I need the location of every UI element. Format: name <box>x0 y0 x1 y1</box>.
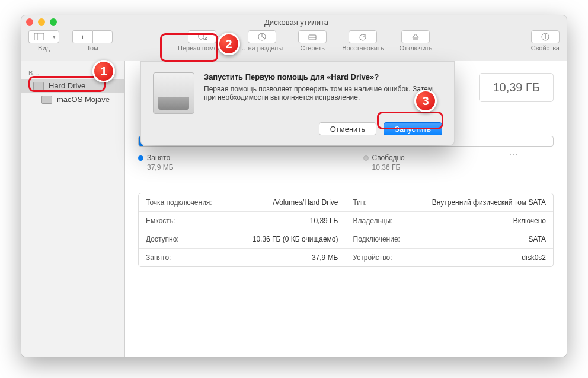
sidebar-item-label: Hard Drive <box>49 81 85 90</box>
pie-icon <box>257 32 267 42</box>
toolbar-info-label: Свойства <box>531 45 560 52</box>
toolbar-center: Первая помощь …на разделы Стереть Восста… <box>178 30 432 52</box>
cancel-button[interactable]: Отменить <box>319 122 376 135</box>
partition-button[interactable] <box>248 30 276 43</box>
toolbar-first-aid: Первая помощь <box>178 30 226 52</box>
table-row: Доступно:10,36 ГБ (0 КБ очищаемо) <box>139 230 346 249</box>
legend-used: Занято 37,9 МБ <box>138 154 174 171</box>
svg-point-7 <box>545 34 546 36</box>
toolbar-volume: + − Том <box>72 30 113 52</box>
toolbar-unmount-label: Отключить <box>400 45 433 52</box>
svg-point-2 <box>205 37 207 39</box>
window-controls <box>26 18 57 26</box>
window-title: Дисковая утилита <box>62 18 531 27</box>
disk-icon <box>33 82 44 90</box>
first-aid-dialog: Запустить Первую помощь для «Hard Drive»… <box>140 61 455 145</box>
disk-utility-window: Дисковая утилита ▾ Вид + − Том <box>21 15 567 357</box>
chevron-down-icon: ▾ <box>53 34 56 40</box>
toolbar-restore: Восстановить <box>342 30 384 52</box>
volume-add-button[interactable]: + <box>72 30 92 43</box>
toolbar-restore-label: Восстановить <box>342 45 384 52</box>
volume-remove-button[interactable]: − <box>92 30 113 43</box>
unmount-button[interactable] <box>401 30 430 43</box>
dialog-buttons: Отменить Запустить <box>153 122 442 135</box>
run-button[interactable]: Запустить <box>384 122 442 135</box>
legend-used-label: Занято <box>147 154 170 162</box>
sidebar-item-macos-mojave[interactable]: macOS Mojave <box>21 93 124 106</box>
legend-free: Свободно 10,36 ГБ <box>363 154 405 171</box>
sidebar: В… Hard Drive macOS Mojave <box>21 61 125 357</box>
erase-button[interactable] <box>298 30 327 43</box>
toolbar-unmount: Отключить <box>400 30 433 52</box>
eraser-icon <box>308 33 317 41</box>
toolbar-erase-label: Стереть <box>300 45 325 52</box>
dot-used-icon <box>138 155 143 161</box>
toolbar-partition-label: …на разделы <box>242 45 283 52</box>
sidebar-icon <box>34 33 44 40</box>
table-row: Занято:37,9 МБ <box>139 249 346 266</box>
dialog-title: Запустить Первую помощь для «Hard Drive»… <box>204 72 442 81</box>
table-row: Владельцы:Включено <box>346 212 554 230</box>
zoom-icon[interactable] <box>50 18 57 26</box>
toolbar-first-aid-label: Первая помощь <box>178 45 226 52</box>
minus-icon: − <box>100 33 105 42</box>
dot-free-icon <box>363 155 369 161</box>
restore-button[interactable] <box>349 30 377 43</box>
dialog-body: Первая помощь позволяет проверить том на… <box>204 85 442 101</box>
sidebar-header: В… <box>21 67 124 79</box>
close-icon[interactable] <box>26 18 33 26</box>
eject-icon <box>411 33 420 41</box>
svg-rect-0 <box>34 33 44 40</box>
restore-icon <box>358 33 368 41</box>
table-row: Устройство:disk0s2 <box>346 249 554 266</box>
capacity-box: 10,39 ГБ <box>479 73 554 102</box>
stethoscope-icon <box>197 33 207 41</box>
toolbar-view-label: Вид <box>38 45 50 52</box>
first-aid-button[interactable] <box>188 30 216 43</box>
legend-free-label: Свободно <box>372 154 405 162</box>
info-button[interactable] <box>531 30 560 43</box>
toolbar-volume-label: Том <box>87 45 98 52</box>
table-row: Емкость:10,39 ГБ <box>139 212 346 230</box>
view-button[interactable] <box>28 30 49 43</box>
table-row: Точка подключения:/Volumes/Hard Drive <box>139 193 346 212</box>
plus-icon: + <box>81 33 85 42</box>
toolbar: ▾ Вид + − Том Первая помощь <box>21 28 567 61</box>
sidebar-item-label: macOS Mojave <box>57 95 110 104</box>
toolbar-view: ▾ Вид <box>28 30 59 52</box>
usage-legend: Занято 37,9 МБ Свободно 10,36 ГБ <box>138 154 554 171</box>
minimize-icon[interactable] <box>38 18 45 26</box>
toolbar-info: Свойства <box>531 30 560 52</box>
sidebar-item-hard-drive[interactable]: Hard Drive <box>21 79 124 93</box>
view-menu-button[interactable]: ▾ <box>49 30 59 43</box>
legend-used-value: 37,9 МБ <box>147 163 174 171</box>
legend-free-value: 10,36 ГБ <box>372 163 405 171</box>
toolbar-erase: Стереть <box>298 30 327 52</box>
info-icon <box>541 33 549 41</box>
titlebar: Дисковая утилита <box>21 15 567 28</box>
table-row: Тип:Внутренний физический том SATA <box>346 193 554 212</box>
more-icon[interactable]: … <box>509 147 519 158</box>
dialog-text: Запустить Первую помощь для «Hard Drive»… <box>204 72 442 114</box>
hard-drive-icon <box>153 72 194 114</box>
disk-icon <box>41 96 52 104</box>
table-row: Подключение:SATA <box>346 230 554 249</box>
toolbar-partition: …на разделы <box>242 30 283 52</box>
info-table: Точка подключения:/Volumes/Hard Drive Ти… <box>138 193 554 267</box>
